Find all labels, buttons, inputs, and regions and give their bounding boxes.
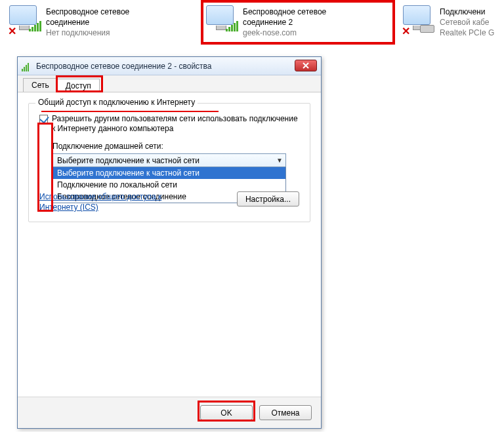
combo-option[interactable]: Выберите подключение к частной сети — [53, 167, 285, 179]
network-icon: ✕ — [400, 5, 436, 37]
allow-sharing-row[interactable]: Разрешить другим пользователям сети испо… — [37, 111, 302, 135]
cancel-button[interactable]: Отмена — [259, 405, 312, 420]
disconnected-x-icon: ✕ — [8, 25, 16, 37]
network-sub2: Realtek PCIe G — [440, 28, 494, 38]
network-icon — [203, 5, 239, 37]
dialog-buttons: OK Отмена — [18, 397, 321, 428]
dialog-title: Беспроводное сетевое соединение 2 - свой… — [36, 62, 212, 71]
network-connections-row: ✕ Беспроводное сетевое соединение Нет по… — [0, 0, 504, 42]
network-title: Беспроводное сетевое соединение — [46, 7, 129, 28]
network-item-wireless-2[interactable]: Беспроводное сетевое соединение 2 geek-n… — [201, 3, 398, 42]
chevron-down-icon: ▼ — [276, 157, 283, 164]
network-icon: ✕ — [7, 5, 42, 37]
network-sub1: Сетевой кабе — [440, 17, 494, 28]
network-title: Подключени — [440, 7, 494, 17]
disconnected-x-icon: ✕ — [402, 25, 410, 37]
allow-sharing-checkbox[interactable] — [39, 115, 48, 123]
settings-button[interactable]: Настройка... — [237, 191, 299, 206]
group-title: Общий доступ к подключению к Интернету — [35, 98, 198, 107]
combo-value: Выберите подключение к частной сети — [57, 156, 200, 165]
ok-button[interactable]: OK — [200, 405, 253, 420]
properties-dialog: Беспроводное сетевое соединение 2 - свой… — [17, 56, 322, 429]
network-item-wireless-1[interactable]: ✕ Беспроводное сетевое соединение Нет по… — [4, 3, 201, 42]
network-title: Беспроводное сетевое соединение 2 — [243, 7, 326, 28]
close-icon — [302, 62, 310, 69]
tab-sharing[interactable]: Доступ — [57, 79, 100, 92]
home-network-label: Подключение домашней сети: — [37, 135, 302, 153]
network-status: geek-nose.com — [243, 28, 326, 38]
allow-sharing-label: Разрешить другим пользователям сети испо… — [52, 114, 302, 134]
network-item-ethernet[interactable]: ✕ Подключени Сетевой кабе Realtek PCIe G — [398, 3, 498, 42]
sharing-panel: Общий доступ к подключению к Интернету Р… — [18, 92, 321, 397]
ics-group: Общий доступ к подключению к Интернету Р… — [28, 103, 310, 222]
titlebar[interactable]: Беспроводное сетевое соединение 2 - свой… — [18, 57, 321, 75]
home-network-combo[interactable]: Выберите подключение к частной сети ▼ — [52, 153, 286, 167]
network-status: Нет подключения — [46, 28, 129, 38]
tab-network[interactable]: Сеть — [23, 78, 58, 92]
close-button[interactable] — [295, 60, 317, 71]
wifi-icon — [22, 61, 32, 71]
tab-bar: Сеть Доступ — [18, 75, 321, 92]
allow-control-checkbox[interactable] — [39, 174, 48, 182]
ics-help-link[interactable]: Использование общего доступа к Интернету… — [39, 191, 184, 212]
